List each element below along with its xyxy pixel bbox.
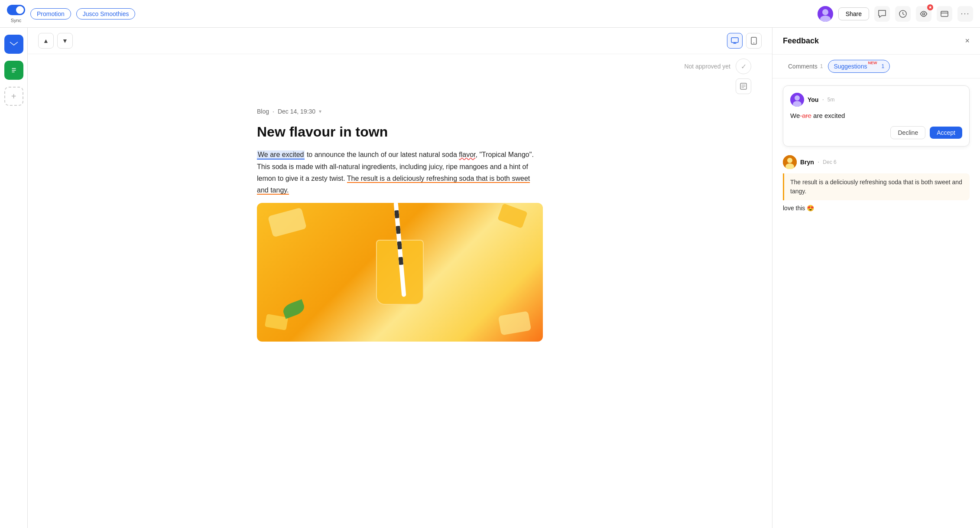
svg-point-1: [822, 9, 828, 15]
suggestion-before: We: [790, 112, 800, 119]
more-icon-btn[interactable]: ···: [957, 6, 973, 22]
sync-label: Sync: [11, 18, 21, 23]
arrow-up-button[interactable]: ▲: [38, 33, 54, 49]
doc-separator: ·: [273, 108, 274, 115]
svg-rect-6: [10, 41, 18, 47]
approval-status: Not approved yet: [684, 63, 730, 70]
svg-point-16: [787, 158, 792, 163]
view-icon-btn[interactable]: ★: [916, 6, 931, 22]
suggestion-after: are excited: [811, 112, 845, 119]
tag-promotion[interactable]: Promotion: [30, 8, 71, 20]
comment-body: love this 😍: [783, 205, 970, 212]
suggestion-dot: ·: [822, 96, 824, 104]
toolbar-left: ▲ ▼: [38, 33, 73, 49]
suggestion-header: You · 5m: [790, 93, 962, 107]
comment-date: Dec 6: [823, 159, 836, 165]
card-actions: Decline Accept: [790, 126, 962, 139]
topbar: Sync Promotion Jusco Smoothies Share ★ ·…: [0, 0, 980, 28]
panel-header: Feedback ×: [772, 28, 980, 55]
sidebar-email-icon[interactable]: [4, 35, 23, 54]
sidebar-doc-icon[interactable]: [4, 61, 23, 80]
comment-user-name: Bryn: [800, 159, 814, 166]
highlighted-phrase: We are excited: [257, 150, 305, 160]
suggestion-strikethrough: -are: [800, 112, 811, 119]
meta-chevron-icon: ▾: [319, 108, 321, 114]
doc-content: Blog · Dec 14, 19:30 ▾ New flavour in to…: [222, 98, 578, 359]
tab-suggestions-count: 1: [881, 63, 884, 69]
panel-tabs: Comments 1 Suggestions NEW 1: [772, 55, 980, 78]
svg-point-13: [795, 95, 800, 101]
mobile-view-button[interactable]: [746, 33, 762, 49]
suggestion-user-avatar: [790, 93, 804, 107]
doc-body: We are excited to announce the launch of…: [257, 149, 543, 342]
suggestion-user-name: You: [808, 96, 818, 103]
user-avatar[interactable]: [818, 6, 833, 22]
smoothie-image: [257, 203, 543, 342]
sidebar-add-button[interactable]: +: [4, 87, 23, 106]
accept-button[interactable]: Accept: [930, 127, 962, 139]
straw-stripe-4: [399, 257, 404, 265]
suggestion-text: We-are are excited: [790, 112, 962, 119]
panel-title: Feedback: [783, 36, 819, 46]
suggestion-card: You · 5m We-are are excited Decline Acce…: [783, 85, 970, 147]
glass: [376, 240, 424, 305]
tab-comments[interactable]: Comments 1: [783, 60, 828, 72]
plus-icon: +: [11, 91, 16, 101]
content-toolbar: ▲ ▼: [28, 28, 772, 54]
suggestion-time: 5m: [827, 97, 835, 103]
sync-toggle[interactable]: Sync: [7, 5, 25, 23]
panel-content: You · 5m We-are are excited Decline Acce…: [772, 78, 980, 528]
body-text-before: to announce the launch of our latest nat…: [307, 151, 459, 158]
svg-rect-5: [941, 11, 948, 16]
chevron-up-icon: ▲: [43, 37, 49, 44]
doc-meta[interactable]: Blog · Dec 14, 19:30 ▾: [257, 108, 543, 115]
comment-header: Bryn · Dec 6: [783, 155, 970, 169]
toggle-knob: [16, 6, 24, 14]
svg-point-4: [923, 13, 925, 15]
comments-icon-btn[interactable]: [874, 6, 890, 22]
new-badge: NEW: [868, 61, 877, 65]
ellipsis-icon: ···: [961, 9, 970, 18]
arrow-down-button[interactable]: ▼: [57, 33, 73, 49]
mango-piece-1: [268, 208, 307, 238]
feedback-panel: Feedback × Comments 1 Suggestions NEW 1: [772, 28, 980, 528]
toggle-switch[interactable]: [7, 5, 25, 15]
bryn-avatar: [783, 155, 797, 169]
notification-badge: ★: [927, 4, 933, 10]
comment-card: Bryn · Dec 6 The result is a deliciously…: [783, 153, 970, 213]
check-icon: ✓: [741, 62, 746, 71]
glass-container: [376, 240, 424, 305]
tab-comments-label: Comments: [788, 63, 818, 70]
history-icon-btn[interactable]: [895, 6, 911, 22]
topbar-left: Sync Promotion Jusco Smoothies: [7, 5, 135, 23]
underlined-word: flavor: [459, 151, 475, 158]
tab-suggestions[interactable]: Suggestions NEW 1: [828, 60, 890, 73]
mango-piece-2: [497, 203, 528, 228]
left-sidebar: +: [0, 28, 28, 528]
comment-dot: ·: [818, 158, 819, 166]
tag-company[interactable]: Jusco Smoothies: [76, 8, 136, 20]
content-area: ▲ ▼ Not approved yet ✓: [28, 28, 772, 528]
comment-quoted-text: The result is a deliciously refreshing s…: [783, 173, 970, 200]
straw-stripe-3: [397, 241, 402, 250]
inbox-icon-btn[interactable]: [937, 6, 952, 22]
main-layout: + ▲ ▼ Not a: [0, 0, 980, 528]
doc-date: Dec 14, 19:30: [278, 108, 315, 115]
decline-button[interactable]: Decline: [890, 126, 925, 139]
topbar-right: Share ★ ···: [818, 6, 973, 22]
doc-type: Blog: [257, 108, 269, 115]
share-button[interactable]: Share: [838, 7, 869, 20]
doc-image: [257, 203, 543, 342]
toolbar-right: [727, 33, 762, 49]
close-panel-button[interactable]: ×: [965, 36, 970, 46]
tab-comments-count: 1: [820, 63, 823, 69]
approval-bar: Not approved yet ✓: [28, 54, 772, 78]
formatting-icon[interactable]: [736, 78, 751, 94]
svg-rect-8: [731, 38, 738, 42]
svg-point-10: [753, 42, 754, 43]
approve-button[interactable]: ✓: [736, 59, 751, 74]
doc-title: New flavour in town: [257, 124, 543, 140]
chevron-down-icon: ▼: [62, 37, 68, 44]
desktop-view-button[interactable]: [727, 33, 743, 49]
straw: [393, 203, 406, 297]
